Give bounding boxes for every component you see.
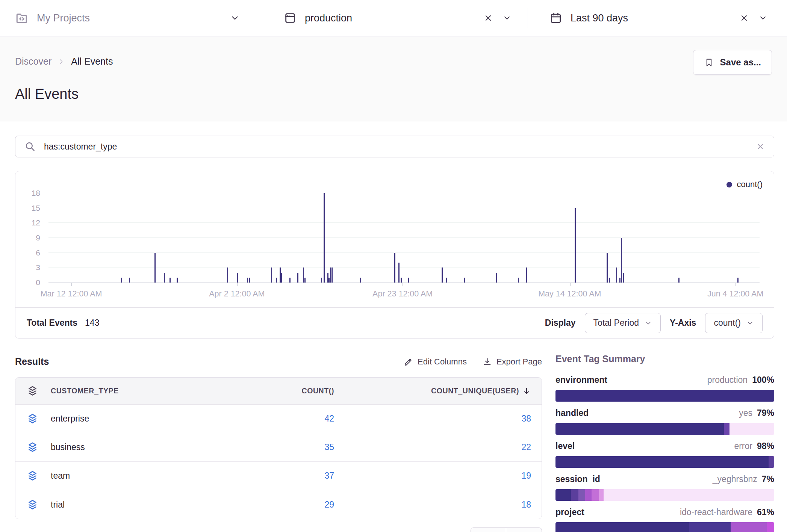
clear-search-icon[interactable] [756,142,765,151]
stack-icon[interactable] [27,499,51,511]
event-count-bar [276,278,277,283]
search-input[interactable] [44,142,756,152]
event-tag-summary: Event Tag Summary environment production… [555,354,774,532]
tag-distribution-bar[interactable] [555,423,774,435]
pencil-icon [404,357,413,366]
event-count-bar [281,273,282,283]
count-unique-cell[interactable]: 38 [334,414,531,424]
event-count-bar [623,273,624,283]
event-count-bar [154,253,156,283]
clear-environment-icon[interactable] [484,14,493,23]
tag-bar-segment [731,522,767,532]
tag-top-percentage: 79% [757,408,774,418]
page-title: All Events [15,86,79,102]
search-bar [15,136,774,157]
stack-icon[interactable] [27,413,51,425]
table-row: enterprise 42 38 [15,405,542,433]
column-header-customer-type[interactable]: CUSTOMER_TYPE [51,387,210,395]
date-range-selector[interactable]: Last 90 days [549,0,776,36]
event-count-bar [170,278,171,283]
y-axis-tick-label: 9 [36,233,40,242]
column-header-count-unique[interactable]: COUNT_UNIQUE(USER) [334,387,531,396]
sort-desc-icon [522,387,531,396]
count-cell[interactable]: 42 [210,414,334,424]
chart-legend: count() [726,180,763,189]
tag-distribution-bar[interactable] [555,489,774,501]
tag-bar-segment [555,390,774,402]
project-selector[interactable]: My Projects [15,0,241,36]
tag-bar-segment [585,489,592,501]
x-axis-tick-label: Mar 12 12:00 AM [41,289,102,299]
display-dropdown[interactable]: Total Period [585,313,661,333]
count-unique-cell[interactable]: 18 [334,500,531,510]
event-count-bar [446,278,447,283]
event-count-bar [297,273,298,283]
breadcrumb: Discover All Events [15,56,113,67]
clear-date-icon[interactable] [740,14,749,23]
tag-top-value: production [707,375,748,385]
column-header-count[interactable]: COUNT() [210,387,334,395]
chevron-down-icon [746,319,754,327]
event-count-bar [330,268,331,283]
event-tag-summary-title: Event Tag Summary [555,354,774,364]
x-axis-tick [403,283,403,286]
x-axis-tick [570,283,571,286]
tag-top-value: ido-react-hardware [680,507,752,517]
tag-bar-segment [555,456,769,468]
stack-icon[interactable] [27,470,51,482]
event-count-bar [575,208,576,283]
event-count-bar [121,278,122,283]
download-icon [483,357,492,366]
project-selector-label: My Projects [37,12,90,24]
customer-type-cell: trial [51,500,210,510]
environment-selector[interactable]: production [284,0,512,36]
event-count-bar [621,238,622,283]
tag-distribution-bar[interactable] [555,456,774,468]
search-icon [24,141,36,152]
tag-bar-segment [599,489,604,501]
event-count-bar [327,273,328,283]
tag-distribution-bar[interactable] [555,522,774,532]
x-axis-tick-label: Apr 23 12:00 AM [372,289,433,299]
count-cell[interactable]: 29 [210,500,334,510]
x-axis-tick-label: Apr 2 12:00 AM [209,289,265,299]
legend-dot-icon [726,182,732,187]
tag-top-percentage: 98% [757,441,774,451]
export-page-button[interactable]: Export Page [483,357,542,367]
event-count-bar [247,278,248,283]
pagination-next-button[interactable] [506,527,542,532]
chevron-down-icon[interactable] [230,13,240,23]
gridline [48,237,760,238]
display-value: Total Period [593,318,639,328]
yaxis-dropdown[interactable]: count() [705,313,763,333]
x-axis-tick [736,283,736,286]
count-unique-cell[interactable]: 22 [334,442,531,452]
y-axis-tick-label: 0 [36,278,40,287]
environment-selector-label: production [305,12,352,24]
table-row: business 35 22 [15,433,542,462]
stack-icon[interactable] [27,441,51,453]
chevron-down-icon[interactable] [758,14,767,23]
event-count-bar [304,278,306,283]
tag-bar-segment [592,489,599,501]
event-count-bar [394,253,395,283]
pagination-prev-button[interactable] [471,527,506,532]
tag-top-percentage: 100% [752,375,774,385]
edit-columns-button[interactable]: Edit Columns [404,357,467,367]
event-count-bar [129,278,130,283]
breadcrumb-discover[interactable]: Discover [15,56,51,67]
event-count-bar [616,268,617,283]
customer-type-cell: team [51,471,210,481]
event-count-bar [398,263,400,283]
results-table-header: CUSTOMER_TYPE COUNT() COUNT_UNIQUE(USER) [15,378,542,405]
date-range-label: Last 90 days [571,12,628,24]
chevron-down-icon[interactable] [502,14,512,23]
save-as-button[interactable]: Save as... [693,50,772,75]
tag-row: session_id _yeghrsbnz 7% [555,474,774,501]
event-count-bar [237,273,238,283]
count-cell[interactable]: 37 [210,471,334,481]
tag-distribution-bar[interactable] [555,390,774,402]
count-cell[interactable]: 35 [210,442,334,452]
total-events-label: Total Events [27,318,77,328]
count-unique-cell[interactable]: 19 [334,471,531,481]
